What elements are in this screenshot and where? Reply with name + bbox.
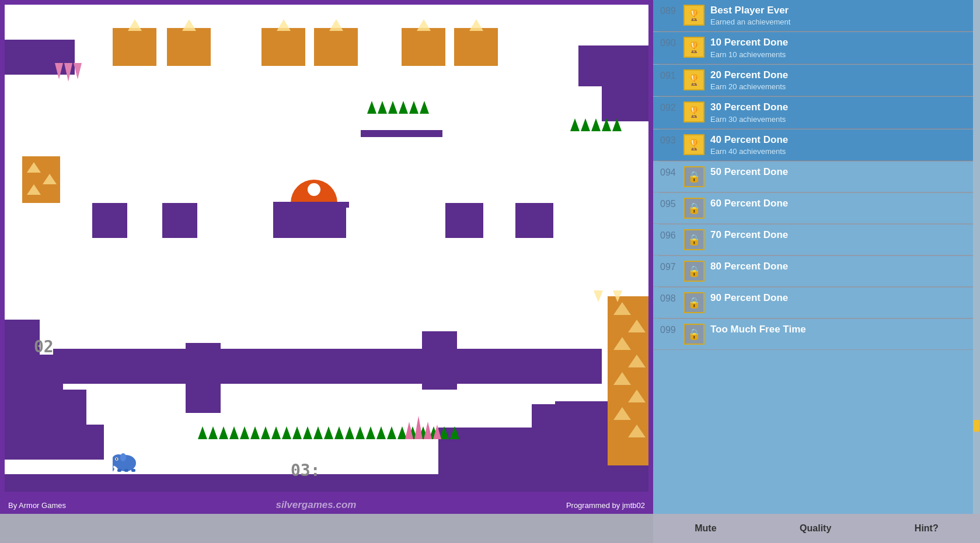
achievement-num: 092 <box>660 103 683 113</box>
platform-vert <box>186 343 221 413</box>
crate-4 <box>314 28 358 66</box>
achievement-text: 20 Percent DoneEarn 20 achievements <box>710 69 973 91</box>
platform-floor <box>5 474 648 492</box>
scrollbar-thumb[interactable] <box>974 420 979 432</box>
achievement-icon: 🔒 <box>683 292 705 313</box>
crate-left <box>22 156 60 203</box>
achievement-num: 094 <box>660 167 683 178</box>
scrollbar[interactable] <box>973 0 980 514</box>
achievement-desc: Earned an achievement <box>710 17 973 26</box>
platform-vert2 <box>422 331 457 390</box>
achievement-item: 098🔒90 Percent Done <box>653 288 980 318</box>
achievements-panel: 089🏆Best Player EverEarned an achievemen… <box>653 0 980 543</box>
enemy-semicircle <box>291 180 337 203</box>
credit-right: Programmed by jmtb02 <box>566 501 645 510</box>
game-footer: By Armor Games silvergames.com Programme… <box>0 496 653 514</box>
achievement-item: 093🏆40 Percent DoneEarn 40 achievements <box>653 129 980 161</box>
achievement-title: 40 Percent Done <box>710 134 973 146</box>
player-elephant <box>113 451 139 474</box>
game-controls-footer <box>0 514 653 543</box>
achievement-icon: 🔒 <box>683 261 705 282</box>
achievement-text: 70 Percent Done <box>710 229 973 241</box>
spikes-green-mid <box>367 101 430 114</box>
achievement-item: 091🏆20 Percent DoneEarn 20 achievements <box>653 65 980 96</box>
achievements-list[interactable]: 089🏆Best Player EverEarned an achievemen… <box>653 0 980 514</box>
achievement-text: 30 Percent DoneEarn 30 achievements <box>710 101 973 123</box>
achievement-item: 099🔒Too Much Free Time <box>653 319 980 350</box>
achievement-num: 099 <box>660 325 683 335</box>
svg-rect-7 <box>131 469 135 472</box>
achievement-icon: 🏆 <box>683 101 705 122</box>
achievement-item: 095🔒60 Percent Done <box>653 193 980 224</box>
hud-completion: 41% Completed <box>559 0 653 20</box>
achievement-text: 10 Percent DoneEarn 10 achievements <box>710 37 973 58</box>
hint-button[interactable]: Hint? <box>903 519 950 538</box>
achievement-icon: 🏆 <box>683 37 705 58</box>
achievement-num: 095 <box>660 199 683 209</box>
achievement-item: 094🔒50 Percent Done <box>653 162 980 192</box>
spike-bar <box>361 130 442 137</box>
svg-rect-5 <box>117 469 121 472</box>
achievement-icon: 🔒 <box>683 166 705 187</box>
credit-left: By Armor Games <box>8 501 66 510</box>
platform-mid-1 <box>92 203 127 238</box>
achievement-title: 30 Percent Done <box>710 101 973 113</box>
achievement-title: 50 Percent Done <box>710 166 973 178</box>
achievement-item: 096🔒70 Percent Done <box>653 225 980 255</box>
achievement-desc: Earn 10 achievements <box>710 50 973 59</box>
svg-point-4 <box>120 453 126 461</box>
achievement-text: 60 Percent Done <box>710 198 973 209</box>
achievement-title: 70 Percent Done <box>710 229 973 241</box>
crate-1 <box>113 28 156 66</box>
quality-button[interactable]: Quality <box>788 519 843 538</box>
achievement-text: 80 Percent Done <box>710 261 973 272</box>
achievement-text: Too Much Free Time <box>710 324 973 335</box>
achievement-icon: 🏆 <box>683 5 705 26</box>
platform-purple <box>578 45 648 86</box>
achievement-icon: 🔒 <box>683 324 705 345</box>
game-canvas: 02 03: <box>5 5 648 492</box>
achievement-title: 10 Percent Done <box>710 37 973 48</box>
achievement-title: Too Much Free Time <box>710 324 973 335</box>
platform-mid-4 <box>445 203 483 238</box>
achievement-num: 096 <box>660 230 683 241</box>
platform-purple <box>5 390 86 425</box>
crate-6 <box>454 28 498 66</box>
achievement-num: 090 <box>660 38 683 48</box>
achievement-text: Best Player EverEarned an achievement <box>710 5 973 26</box>
achievement-icon: 🔒 <box>683 229 705 250</box>
achievement-num: 093 <box>660 135 683 146</box>
achievement-title: 20 Percent Done <box>710 69 973 81</box>
spike-marker-right <box>613 290 622 304</box>
achievement-title: 80 Percent Done <box>710 261 973 272</box>
achievement-desc: Earn 20 achievements <box>710 82 973 91</box>
spike-marker-right2 <box>594 290 603 304</box>
main-container: 84:43 41% Completed <box>0 0 980 543</box>
achievement-icon: 🏆 <box>683 134 705 155</box>
achievement-num: 089 <box>660 6 683 16</box>
spikes-pink-top <box>54 63 82 82</box>
achievement-item: 097🔒80 Percent Done <box>653 256 980 287</box>
right-bottom-panel: Mute Quality Hint? <box>653 514 980 543</box>
achievement-num: 097 <box>660 262 683 272</box>
achievement-icon: 🔒 <box>683 198 705 219</box>
platform-purple <box>602 86 648 121</box>
achievement-text: 40 Percent DoneEarn 40 achievements <box>710 134 973 156</box>
achievement-text: 90 Percent Done <box>710 292 973 304</box>
level-num-02: 02 <box>34 337 54 356</box>
achievement-desc: Earn 40 achievements <box>710 147 973 156</box>
achievement-title: 90 Percent Done <box>710 292 973 304</box>
achievement-icon: 🏆 <box>683 69 705 90</box>
achievement-item: 092🏆30 Percent DoneEarn 30 achievements <box>653 97 980 128</box>
platform-purple <box>5 425 104 460</box>
platform-mid-2 <box>162 203 197 238</box>
mute-button[interactable]: Mute <box>683 519 728 538</box>
game-area: 84:43 41% Completed <box>0 0 653 543</box>
achievement-title: Best Player Ever <box>710 5 973 16</box>
crate-2 <box>167 28 211 66</box>
achievement-text: 50 Percent Done <box>710 166 973 178</box>
achievement-num: 098 <box>660 293 683 304</box>
achievement-num: 091 <box>660 71 683 81</box>
enemy-eye <box>308 183 320 196</box>
svg-rect-6 <box>124 469 128 472</box>
